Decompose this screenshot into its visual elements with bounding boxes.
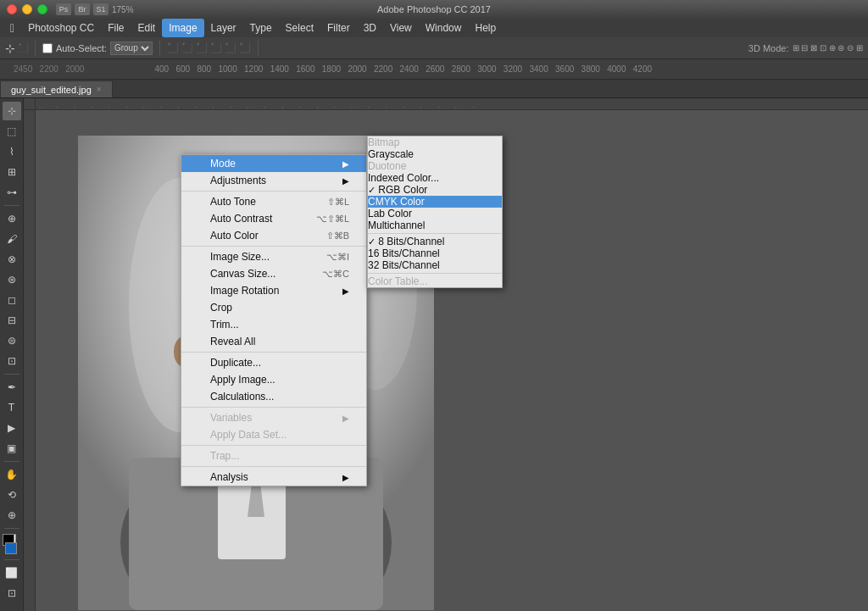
tool-zoom[interactable]: ⊕ [3, 506, 21, 525]
tool-pen[interactable]: ✒ [3, 378, 21, 397]
menu-view[interactable]: View [383, 19, 419, 37]
tool-brush[interactable]: 🖌 [3, 230, 21, 248]
maximize-button[interactable] [37, 4, 47, 14]
ruler-corner [24, 98, 36, 110]
menu-item-image-rotation[interactable]: Image Rotation ▶ [181, 282, 366, 299]
tool-rotate-view[interactable]: ⟲ [3, 486, 21, 504]
tool-blur[interactable]: ⊜ [3, 331, 21, 350]
mode-multichannel[interactable]: Multichannel [368, 219, 502, 231]
ra-label: Reveal All [210, 336, 255, 347]
tool-history[interactable]: ⊛ [3, 270, 21, 289]
mode-submenu[interactable]: Bitmap Grayscale Duotone Indexed Color..… [367, 136, 503, 288]
menu-item-image-size[interactable]: Image Size... ⌥⌘I [181, 248, 366, 265]
minimize-button[interactable] [22, 4, 32, 14]
tool-path-select[interactable]: ▶ [3, 419, 21, 437]
menu-item-analysis[interactable]: Analysis ▶ [181, 469, 366, 486]
auto-select-dropdown[interactable]: Group Layer [110, 42, 153, 55]
tool-lasso[interactable]: ⌇ [3, 142, 21, 161]
tool-eraser[interactable]: ◻ [3, 291, 21, 309]
menu-item-calculations[interactable]: Calculations... [181, 388, 366, 405]
image-dropdown[interactable]: Mode ▶ Adjustments ▶ Auto Tone ⇧⌘L [181, 154, 367, 486]
tab-filename: guy_suit_edited.jpg [11, 85, 92, 95]
mode-cmyk[interactable]: CMYK Color [368, 196, 502, 208]
is-label: Image Size... [210, 251, 270, 263]
dup-label: Duplicate... [210, 357, 261, 369]
mode-32bit[interactable]: 32 Bits/Channel [368, 259, 502, 271]
close-button[interactable] [7, 4, 17, 14]
menu-file[interactable]: File [101, 19, 131, 37]
separator-1 [35, 41, 36, 56]
menu-item-adjustments[interactable]: Adjustments ▶ [181, 172, 366, 189]
tool-healing[interactable]: ⊕ [3, 209, 21, 228]
menu-filter[interactable]: Filter [320, 19, 357, 37]
at-shortcut: ⇧⌘L [327, 197, 349, 208]
menu-layer[interactable]: Layer [204, 19, 243, 37]
menu-item-duplicate[interactable]: Duplicate... [181, 354, 366, 371]
menu-select[interactable]: Select [279, 19, 320, 37]
adj-arrow: ▶ [342, 176, 349, 186]
menu-type[interactable]: Type [243, 19, 279, 37]
3d-icons: ⊞ ⊟ ⊠ ⊡ ⊛ ⊜ ⊝ ⊞ [793, 43, 863, 53]
calc-label: Calculations... [210, 391, 274, 403]
main-layout: ⊹ ⬚ ⌇ ⊞ ⊶ ⊕ 🖌 ⊗ ⊛ ◻ ⊟ ⊜ ⊡ ✒ T ▶ ▣ ✋ ⟲ ⊕ … [0, 98, 868, 611]
auto-select-checkbox[interactable] [42, 43, 53, 53]
tool-shapes[interactable]: ▣ [3, 439, 21, 458]
menu-image[interactable]: Image [162, 19, 203, 37]
mc-label: Multichannel [368, 219, 425, 231]
mode-color-table: Color Table... [368, 275, 502, 287]
cs-shortcut: ⌥⌘C [322, 269, 349, 280]
menu-window[interactable]: Window [419, 19, 469, 37]
quick-mask-swatch[interactable] [5, 542, 17, 554]
separator-6 [181, 466, 366, 467]
menu-help[interactable]: Help [468, 19, 503, 37]
mode-16bit[interactable]: 16 Bits/Channel [368, 247, 502, 259]
tool-move[interactable]: ⊹ [3, 102, 21, 120]
32b-label: 32 Bits/Channel [368, 259, 440, 271]
var-label: Variables [210, 412, 252, 424]
menu-item-variables: Variables ▶ [181, 409, 366, 426]
ir-arrow: ▶ [342, 286, 349, 296]
tool-screen-mode[interactable]: ⊡ [3, 584, 21, 603]
tab-close-button[interactable]: × [97, 85, 102, 94]
an-arrow: ▶ [342, 473, 349, 482]
tool-sep-4 [4, 528, 19, 529]
menu-item-auto-color[interactable]: Auto Color ⇧⌘B [181, 227, 366, 244]
tool-eyedropper[interactable]: ⊶ [3, 183, 21, 202]
color-swatches[interactable] [3, 534, 21, 554]
ruler-vertical [24, 110, 36, 611]
mode-8bit[interactable]: ✓ 8 Bits/Channel [368, 236, 502, 247]
ac-label: Auto Contrast [210, 213, 272, 225]
tabs-bar: guy_suit_edited.jpg × [0, 80, 868, 98]
is-shortcut: ⌥⌘I [326, 252, 349, 263]
tool-hand[interactable]: ✋ [3, 465, 21, 484]
menu-edit[interactable]: Edit [131, 19, 163, 37]
document-tab[interactable]: guy_suit_edited.jpg × [0, 81, 113, 97]
tool-crop[interactable]: ⊞ [3, 163, 21, 181]
lab-label: Lab Color [368, 208, 412, 219]
menu-item-auto-contrast[interactable]: Auto Contrast ⌥⇧⌘L [181, 210, 366, 227]
mode-indexed[interactable]: Indexed Color... [368, 172, 502, 184]
tool-text[interactable]: T [3, 398, 21, 417]
menu-item-canvas-size[interactable]: Canvas Size... ⌥⌘C [181, 265, 366, 282]
mode-grayscale[interactable]: Grayscale [368, 148, 502, 160]
tool-dodge[interactable]: ⊡ [3, 352, 21, 370]
menu-item-apply-image[interactable]: Apply Image... [181, 371, 366, 388]
8b-label: 8 Bits/Channel [378, 236, 444, 247]
menu-3d[interactable]: 3D [357, 19, 383, 37]
tool-quick-mask[interactable]: ⬜ [3, 564, 21, 582]
menu-item-auto-tone[interactable]: Auto Tone ⇧⌘L [181, 193, 366, 210]
tool-gradient[interactable]: ⊟ [3, 311, 21, 330]
menu-photoshop[interactable]: Photoshop CC [21, 19, 101, 37]
mode-lab[interactable]: Lab Color [368, 208, 502, 219]
menu-item-trim[interactable]: Trim... [181, 316, 366, 333]
menu-item-crop[interactable]: Crop [181, 299, 366, 316]
menu-item-mode[interactable]: Mode ▶ [181, 155, 366, 172]
mode-rgb[interactable]: ✓ RGB Color [368, 184, 502, 196]
move-tool-icon: ⊹ [5, 42, 15, 55]
tool-clone[interactable]: ⊗ [3, 250, 21, 269]
menu-item-reveal-all[interactable]: Reveal All [181, 333, 366, 350]
trap-label: Trap... [210, 450, 239, 462]
st-icon: S1 [93, 3, 108, 15]
menu-apple[interactable]:  [3, 19, 21, 37]
tool-marquee[interactable]: ⬚ [3, 122, 21, 141]
